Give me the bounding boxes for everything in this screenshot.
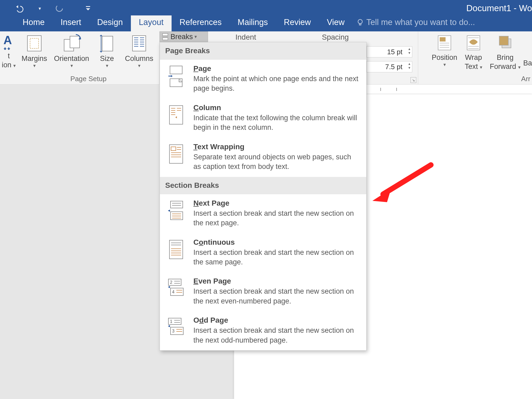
- svg-text:1: 1: [170, 319, 172, 324]
- columns-button[interactable]: Columns ▾: [122, 34, 156, 69]
- spacing-after-input[interactable]: 7.5 pt ▲▼: [367, 61, 412, 72]
- position-icon: [430, 34, 459, 53]
- wrap-text-button[interactable]: Wrap Text ▾: [460, 34, 487, 70]
- break-continuous-item[interactable]: Continuous Insert a section break and st…: [160, 233, 366, 272]
- svg-rect-2: [359, 24, 361, 25]
- svg-rect-20: [163, 34, 168, 36]
- odd-page-break-icon: 13: [166, 316, 186, 345]
- spin-down-icon[interactable]: ▼: [408, 66, 411, 70]
- tell-me-placeholder: Tell me what you want to do...: [366, 18, 475, 27]
- margins-button[interactable]: Margins ▾: [20, 34, 49, 69]
- tab-view[interactable]: View: [319, 15, 353, 31]
- text-direction-icon: A: [0, 34, 18, 51]
- svg-rect-21: [163, 38, 168, 40]
- wrap-text-icon: [460, 34, 487, 53]
- svg-rect-34: [170, 66, 182, 74]
- spacing-before-value: 15 pt: [367, 48, 412, 56]
- break-column-item[interactable]: Column Indicate that the text following …: [160, 99, 366, 138]
- paragraph-dialog-launcher[interactable]: ↘: [410, 77, 416, 83]
- spin-up-icon[interactable]: ▲: [408, 47, 411, 51]
- svg-text:2: 2: [170, 280, 172, 285]
- tell-me-search[interactable]: Tell me what you want to do...: [352, 15, 480, 31]
- qat-caret-icon[interactable]: ▾: [35, 4, 44, 13]
- size-icon: [95, 34, 119, 54]
- columns-icon: [122, 34, 156, 54]
- breaks-label: Breaks: [171, 33, 193, 41]
- next-page-break-icon: [166, 199, 186, 228]
- spin-down-icon[interactable]: ▼: [408, 51, 411, 55]
- group-arrange: Arr Position ▾ Wrap Text ▾ Bring Forward…: [418, 31, 532, 85]
- page-break-icon: [166, 64, 186, 93]
- chevron-down-icon: ▾: [194, 34, 197, 40]
- tab-layout[interactable]: Layout: [131, 15, 172, 31]
- tab-file-edge[interactable]: [4, 24, 15, 31]
- position-button[interactable]: Position ▾: [430, 34, 459, 68]
- svg-rect-49: [171, 201, 183, 208]
- column-break-icon: [166, 103, 186, 132]
- svg-text:A: A: [3, 34, 12, 47]
- tab-home[interactable]: Home: [15, 15, 53, 31]
- tab-references[interactable]: References: [172, 15, 230, 31]
- svg-rect-33: [499, 36, 508, 45]
- spacing-after-value: 7.5 pt: [367, 63, 412, 71]
- even-page-break-icon: 24: [166, 277, 186, 306]
- tab-review[interactable]: Review: [276, 15, 319, 31]
- window-title: Document1 - Wo: [466, 3, 532, 13]
- ribbon-tabs: Home Insert Design Layout References Mai…: [0, 15, 532, 31]
- orientation-icon: [51, 34, 93, 54]
- svg-rect-4: [27, 36, 41, 51]
- breaks-section-page: Page Breaks: [160, 42, 366, 60]
- break-odd-page-item[interactable]: 13 Odd Page Insert a section break and s…: [160, 311, 366, 350]
- svg-rect-8: [102, 36, 113, 51]
- breaks-dropdown: Page Breaks Page Mark the point at which…: [160, 42, 367, 351]
- text-wrapping-break-icon: [166, 143, 186, 172]
- bring-forward-icon: [488, 34, 522, 53]
- svg-text:3: 3: [172, 329, 174, 333]
- break-even-page-item[interactable]: 24 Even Page Insert a section break and …: [160, 272, 366, 311]
- title-bar: ▾ Document1 - Wo: [0, 0, 532, 15]
- break-page-item[interactable]: Page Mark the point at which one page en…: [160, 60, 366, 99]
- continuous-break-icon: [166, 238, 186, 267]
- svg-text:4: 4: [172, 290, 174, 294]
- text-direction-button[interactable]: A t ion ▾: [0, 34, 18, 69]
- send-backward-edge[interactable]: Ba: [523, 59, 532, 67]
- bring-forward-button[interactable]: Bring Forward ▾: [488, 34, 522, 70]
- quick-access-toolbar: ▾: [15, 4, 93, 13]
- spin-up-icon[interactable]: ▲: [408, 62, 411, 66]
- group-label-arrange: Arr: [418, 75, 532, 83]
- orientation-button[interactable]: Orientation ▾: [51, 34, 93, 69]
- undo-icon[interactable]: [15, 4, 24, 13]
- tab-mailings[interactable]: Mailings: [230, 15, 276, 31]
- breaks-icon: [161, 33, 169, 40]
- redo-icon[interactable]: [55, 4, 65, 13]
- break-text-wrapping-item[interactable]: Text Wrapping Separate text around objec…: [160, 138, 366, 177]
- break-next-page-item[interactable]: Next Page Insert a section break and sta…: [160, 194, 366, 233]
- svg-rect-7: [70, 36, 80, 48]
- margins-icon: [20, 34, 49, 54]
- spacing-before-input[interactable]: 15 pt ▲▼: [367, 46, 412, 57]
- group-page-setup: Page Setup Margins ▾ Orientation ▾ Size …: [18, 31, 160, 85]
- customize-qat-icon[interactable]: [83, 4, 93, 13]
- tab-design[interactable]: Design: [89, 15, 131, 31]
- breaks-button[interactable]: Breaks ▾: [160, 31, 208, 42]
- breaks-section-section: Section Breaks: [160, 177, 366, 194]
- group-label-page-setup: Page Setup: [18, 75, 159, 83]
- tab-insert[interactable]: Insert: [53, 15, 89, 31]
- lightbulb-icon: [357, 19, 364, 26]
- svg-rect-0: [86, 6, 90, 7]
- size-button[interactable]: Size ▾: [95, 34, 119, 69]
- svg-rect-24: [440, 37, 446, 41]
- svg-point-1: [358, 19, 362, 24]
